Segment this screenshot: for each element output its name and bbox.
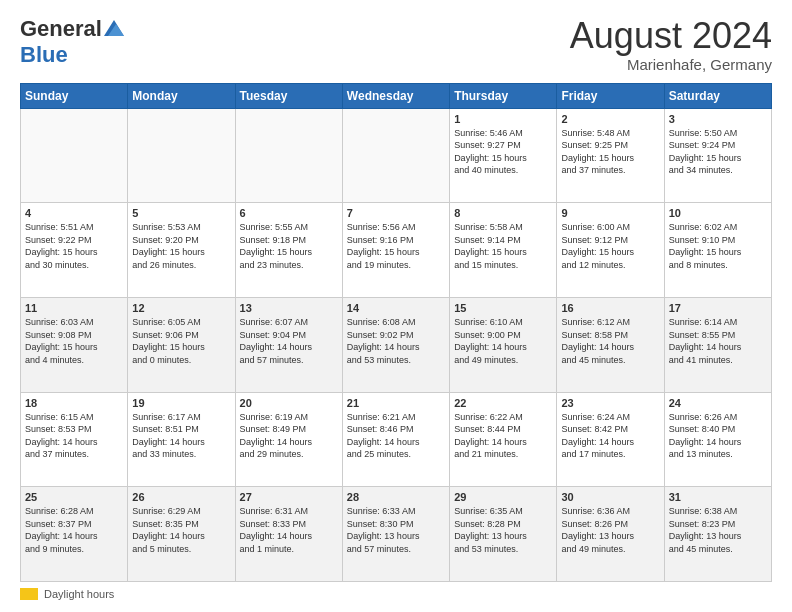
- calendar-header-monday: Monday: [128, 83, 235, 108]
- title-section: August 2024 Marienhafe, Germany: [570, 16, 772, 73]
- calendar-cell: 28Sunrise: 6:33 AM Sunset: 8:30 PM Dayli…: [342, 487, 449, 582]
- logo-blue-text: Blue: [20, 42, 68, 68]
- header: General Blue August 2024 Marienhafe, Ger…: [20, 16, 772, 73]
- day-number: 8: [454, 207, 552, 219]
- day-number: 28: [347, 491, 445, 503]
- calendar-cell: 12Sunrise: 6:05 AM Sunset: 9:06 PM Dayli…: [128, 297, 235, 392]
- day-info: Sunrise: 5:58 AM Sunset: 9:14 PM Dayligh…: [454, 221, 552, 271]
- calendar-cell: 3Sunrise: 5:50 AM Sunset: 9:24 PM Daylig…: [664, 108, 771, 203]
- day-info: Sunrise: 5:48 AM Sunset: 9:25 PM Dayligh…: [561, 127, 659, 177]
- calendar-cell: 20Sunrise: 6:19 AM Sunset: 8:49 PM Dayli…: [235, 392, 342, 487]
- day-number: 14: [347, 302, 445, 314]
- day-number: 17: [669, 302, 767, 314]
- calendar-cell: 8Sunrise: 5:58 AM Sunset: 9:14 PM Daylig…: [450, 203, 557, 298]
- day-number: 7: [347, 207, 445, 219]
- calendar-header-row: SundayMondayTuesdayWednesdayThursdayFrid…: [21, 83, 772, 108]
- calendar-cell: 30Sunrise: 6:36 AM Sunset: 8:26 PM Dayli…: [557, 487, 664, 582]
- calendar-week-4: 18Sunrise: 6:15 AM Sunset: 8:53 PM Dayli…: [21, 392, 772, 487]
- calendar-cell: 25Sunrise: 6:28 AM Sunset: 8:37 PM Dayli…: [21, 487, 128, 582]
- day-info: Sunrise: 6:17 AM Sunset: 8:51 PM Dayligh…: [132, 411, 230, 461]
- calendar-cell: 7Sunrise: 5:56 AM Sunset: 9:16 PM Daylig…: [342, 203, 449, 298]
- day-number: 21: [347, 397, 445, 409]
- day-info: Sunrise: 6:22 AM Sunset: 8:44 PM Dayligh…: [454, 411, 552, 461]
- calendar-week-1: 1Sunrise: 5:46 AM Sunset: 9:27 PM Daylig…: [21, 108, 772, 203]
- calendar-cell: 19Sunrise: 6:17 AM Sunset: 8:51 PM Dayli…: [128, 392, 235, 487]
- calendar-cell: 11Sunrise: 6:03 AM Sunset: 9:08 PM Dayli…: [21, 297, 128, 392]
- day-info: Sunrise: 6:03 AM Sunset: 9:08 PM Dayligh…: [25, 316, 123, 366]
- day-info: Sunrise: 6:08 AM Sunset: 9:02 PM Dayligh…: [347, 316, 445, 366]
- calendar-cell: 14Sunrise: 6:08 AM Sunset: 9:02 PM Dayli…: [342, 297, 449, 392]
- calendar-cell: 6Sunrise: 5:55 AM Sunset: 9:18 PM Daylig…: [235, 203, 342, 298]
- day-number: 29: [454, 491, 552, 503]
- day-info: Sunrise: 6:38 AM Sunset: 8:23 PM Dayligh…: [669, 505, 767, 555]
- day-info: Sunrise: 5:55 AM Sunset: 9:18 PM Dayligh…: [240, 221, 338, 271]
- day-info: Sunrise: 6:14 AM Sunset: 8:55 PM Dayligh…: [669, 316, 767, 366]
- day-number: 18: [25, 397, 123, 409]
- day-info: Sunrise: 6:02 AM Sunset: 9:10 PM Dayligh…: [669, 221, 767, 271]
- calendar-week-3: 11Sunrise: 6:03 AM Sunset: 9:08 PM Dayli…: [21, 297, 772, 392]
- day-number: 3: [669, 113, 767, 125]
- day-number: 5: [132, 207, 230, 219]
- day-number: 25: [25, 491, 123, 503]
- calendar-cell: 10Sunrise: 6:02 AM Sunset: 9:10 PM Dayli…: [664, 203, 771, 298]
- calendar-week-5: 25Sunrise: 6:28 AM Sunset: 8:37 PM Dayli…: [21, 487, 772, 582]
- day-info: Sunrise: 6:33 AM Sunset: 8:30 PM Dayligh…: [347, 505, 445, 555]
- logo: General Blue: [20, 16, 124, 68]
- logo-general-text: General: [20, 16, 102, 42]
- day-number: 27: [240, 491, 338, 503]
- calendar-cell: 26Sunrise: 6:29 AM Sunset: 8:35 PM Dayli…: [128, 487, 235, 582]
- day-info: Sunrise: 6:00 AM Sunset: 9:12 PM Dayligh…: [561, 221, 659, 271]
- day-info: Sunrise: 6:26 AM Sunset: 8:40 PM Dayligh…: [669, 411, 767, 461]
- calendar-cell: 21Sunrise: 6:21 AM Sunset: 8:46 PM Dayli…: [342, 392, 449, 487]
- day-number: 11: [25, 302, 123, 314]
- day-info: Sunrise: 6:12 AM Sunset: 8:58 PM Dayligh…: [561, 316, 659, 366]
- day-number: 9: [561, 207, 659, 219]
- day-info: Sunrise: 5:56 AM Sunset: 9:16 PM Dayligh…: [347, 221, 445, 271]
- day-info: Sunrise: 6:05 AM Sunset: 9:06 PM Dayligh…: [132, 316, 230, 366]
- month-title: August 2024: [570, 16, 772, 56]
- calendar-cell: [235, 108, 342, 203]
- day-number: 6: [240, 207, 338, 219]
- day-number: 12: [132, 302, 230, 314]
- day-number: 22: [454, 397, 552, 409]
- day-number: 31: [669, 491, 767, 503]
- calendar-cell: [21, 108, 128, 203]
- day-info: Sunrise: 6:36 AM Sunset: 8:26 PM Dayligh…: [561, 505, 659, 555]
- calendar-cell: 2Sunrise: 5:48 AM Sunset: 9:25 PM Daylig…: [557, 108, 664, 203]
- day-number: 13: [240, 302, 338, 314]
- day-number: 19: [132, 397, 230, 409]
- calendar-cell: 17Sunrise: 6:14 AM Sunset: 8:55 PM Dayli…: [664, 297, 771, 392]
- calendar-table: SundayMondayTuesdayWednesdayThursdayFrid…: [20, 83, 772, 582]
- calendar-cell: [128, 108, 235, 203]
- day-number: 24: [669, 397, 767, 409]
- day-info: Sunrise: 6:19 AM Sunset: 8:49 PM Dayligh…: [240, 411, 338, 461]
- calendar-header-wednesday: Wednesday: [342, 83, 449, 108]
- calendar-cell: 24Sunrise: 6:26 AM Sunset: 8:40 PM Dayli…: [664, 392, 771, 487]
- footer: Daylight hours: [20, 588, 772, 600]
- day-info: Sunrise: 5:46 AM Sunset: 9:27 PM Dayligh…: [454, 127, 552, 177]
- calendar-cell: 15Sunrise: 6:10 AM Sunset: 9:00 PM Dayli…: [450, 297, 557, 392]
- calendar-cell: 27Sunrise: 6:31 AM Sunset: 8:33 PM Dayli…: [235, 487, 342, 582]
- calendar-header-thursday: Thursday: [450, 83, 557, 108]
- day-number: 16: [561, 302, 659, 314]
- calendar-cell: 29Sunrise: 6:35 AM Sunset: 8:28 PM Dayli…: [450, 487, 557, 582]
- day-info: Sunrise: 6:15 AM Sunset: 8:53 PM Dayligh…: [25, 411, 123, 461]
- calendar-cell: 4Sunrise: 5:51 AM Sunset: 9:22 PM Daylig…: [21, 203, 128, 298]
- day-info: Sunrise: 6:28 AM Sunset: 8:37 PM Dayligh…: [25, 505, 123, 555]
- calendar-week-2: 4Sunrise: 5:51 AM Sunset: 9:22 PM Daylig…: [21, 203, 772, 298]
- calendar-header-sunday: Sunday: [21, 83, 128, 108]
- calendar-cell: 22Sunrise: 6:22 AM Sunset: 8:44 PM Dayli…: [450, 392, 557, 487]
- calendar-cell: 18Sunrise: 6:15 AM Sunset: 8:53 PM Dayli…: [21, 392, 128, 487]
- calendar-header-saturday: Saturday: [664, 83, 771, 108]
- day-number: 30: [561, 491, 659, 503]
- calendar-cell: 1Sunrise: 5:46 AM Sunset: 9:27 PM Daylig…: [450, 108, 557, 203]
- page: General Blue August 2024 Marienhafe, Ger…: [0, 0, 792, 612]
- day-number: 23: [561, 397, 659, 409]
- day-info: Sunrise: 5:51 AM Sunset: 9:22 PM Dayligh…: [25, 221, 123, 271]
- day-number: 20: [240, 397, 338, 409]
- calendar-header-tuesday: Tuesday: [235, 83, 342, 108]
- day-info: Sunrise: 6:24 AM Sunset: 8:42 PM Dayligh…: [561, 411, 659, 461]
- calendar-cell: 9Sunrise: 6:00 AM Sunset: 9:12 PM Daylig…: [557, 203, 664, 298]
- calendar-cell: 16Sunrise: 6:12 AM Sunset: 8:58 PM Dayli…: [557, 297, 664, 392]
- calendar-cell: 23Sunrise: 6:24 AM Sunset: 8:42 PM Dayli…: [557, 392, 664, 487]
